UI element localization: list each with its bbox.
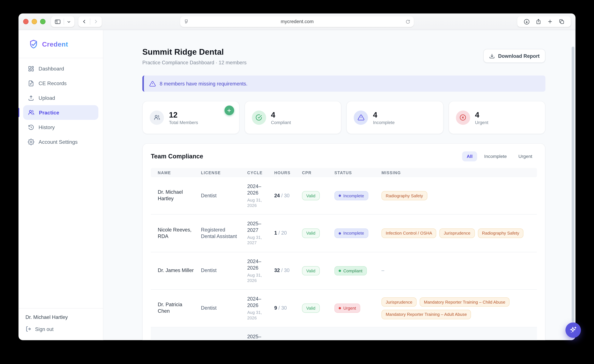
chevron-down-icon[interactable] bbox=[67, 19, 71, 24]
table-row-dr-james-miller[interactable]: Dr. James MillerDentist2024–2026Aug 31, … bbox=[151, 252, 537, 290]
address-bar[interactable]: mycredent.com bbox=[180, 16, 414, 27]
reload-icon[interactable] bbox=[405, 19, 411, 24]
share-icon[interactable] bbox=[535, 19, 541, 25]
ai-assistant-fab[interactable] bbox=[566, 323, 581, 338]
sidebar-toggle-group[interactable] bbox=[51, 16, 74, 27]
member-cycle: 2025–2027Aug 31, 2027 bbox=[247, 215, 274, 252]
cycle-date: Aug 31, 2026 bbox=[247, 310, 267, 321]
filter-tab-incomplete[interactable]: Incomplete bbox=[479, 151, 512, 162]
member-name: Dr. Patricia Chen bbox=[158, 296, 201, 321]
filter-tab-all[interactable]: All bbox=[462, 151, 477, 162]
column-header-license: License bbox=[201, 170, 247, 175]
status-dot-icon bbox=[339, 195, 341, 197]
table-row-dr-patricia-chen[interactable]: Dr. Patricia ChenDentist2024–2026Aug 31,… bbox=[151, 290, 537, 327]
sidebar-toggle-icon[interactable] bbox=[54, 18, 61, 25]
sidebar-item-account-settings[interactable]: Account Settings bbox=[23, 135, 98, 149]
brand-row: Credent bbox=[19, 30, 103, 58]
member-cycle: 2024–2026Aug 31, 2026 bbox=[247, 177, 274, 214]
stat-value: 4 bbox=[271, 110, 291, 119]
x-circle-icon bbox=[456, 110, 470, 125]
gear-icon bbox=[28, 138, 34, 145]
status-badge: Urgent bbox=[335, 304, 360, 313]
column-header-missing: Missing bbox=[381, 170, 530, 175]
users-icon bbox=[150, 110, 164, 125]
file-text-icon bbox=[28, 80, 34, 86]
add-member-button[interactable] bbox=[224, 105, 234, 115]
cycle-years: 2025–2027 bbox=[247, 333, 267, 340]
stat-cards: 12Total Members4Compliant4Incomplete4Urg… bbox=[142, 101, 545, 134]
url-text[interactable]: mycredent.com bbox=[189, 19, 405, 24]
sidebar-item-label: Upload bbox=[39, 95, 55, 101]
filter-tab-urgent[interactable]: Urgent bbox=[514, 151, 537, 162]
column-header-status: Status bbox=[335, 170, 382, 175]
member-name: Dr. Michael Hartley bbox=[158, 183, 201, 208]
check-circle-icon bbox=[252, 110, 266, 125]
missing-list: Infection Control / OSHAJurisprudenceRad… bbox=[381, 228, 524, 238]
browser-toolbar: mycredent.com bbox=[19, 13, 576, 30]
sidebar-item-ce-records[interactable]: CE Records bbox=[23, 76, 98, 91]
member-status: Compliant bbox=[335, 260, 382, 282]
sidebar-item-label: Dashboard bbox=[39, 66, 64, 71]
member-license: Dentist bbox=[201, 261, 247, 280]
sidebar-item-practice[interactable]: Practice bbox=[23, 105, 98, 120]
cpr-badge: Valid bbox=[302, 228, 320, 238]
missing-chip: Jurisprudence bbox=[439, 228, 475, 238]
member-cpr: Valid bbox=[302, 222, 335, 244]
column-header-cpr: CPR bbox=[302, 170, 335, 175]
cycle-years: 2024–2026 bbox=[247, 296, 267, 309]
tabs-overview-icon[interactable] bbox=[559, 19, 565, 25]
reader-view-icon[interactable] bbox=[183, 19, 189, 24]
missing-chip: Radiography Safety bbox=[381, 191, 427, 200]
maximize-button[interactable] bbox=[40, 19, 46, 24]
download-report-button[interactable]: Download Report bbox=[484, 49, 545, 63]
missing-list: – bbox=[381, 267, 524, 274]
column-header-hours: Hours bbox=[274, 170, 302, 175]
alert-triangle-icon bbox=[354, 110, 368, 125]
member-cpr: Valid bbox=[302, 185, 335, 207]
missing-chip: Mandatory Reporter Training – Adult Abus… bbox=[381, 310, 471, 319]
table-row-sarah-johnson-rdh[interactable]: Sarah Johnson, RDHDental Hygienist2025–2… bbox=[151, 327, 537, 340]
page-subtitle: Practice Compliance Dashboard · 12 membe… bbox=[142, 60, 246, 65]
forward-icon[interactable] bbox=[93, 19, 98, 24]
cycle-years: 2024–2026 bbox=[247, 183, 267, 196]
stat-label: Total Members bbox=[169, 120, 198, 124]
status-badge: Incomplete bbox=[335, 191, 368, 200]
table-row-nicole-reeves-rda[interactable]: Nicole Reeves, RDARegistered Dental Assi… bbox=[151, 215, 537, 252]
active-indicator bbox=[19, 108, 19, 117]
status-badge: Compliant bbox=[335, 266, 367, 275]
member-license: Dentist bbox=[201, 186, 247, 205]
page-title: Summit Ridge Dental bbox=[142, 47, 246, 57]
member-hours: 24 / 30 bbox=[274, 186, 302, 205]
sign-out-button[interactable]: Sign out bbox=[25, 326, 97, 332]
table-row-dr-michael-hartley[interactable]: Dr. Michael HartleyDentist2024–2026Aug 3… bbox=[151, 177, 537, 214]
close-button[interactable] bbox=[23, 19, 28, 24]
member-cycle: 2025–2027Aug 31, 2027 bbox=[247, 327, 274, 340]
sidebar-item-label: Account Settings bbox=[39, 139, 78, 144]
minimize-button[interactable] bbox=[32, 19, 37, 24]
missing-chip: Mandatory Reporter Training – Child Abus… bbox=[420, 297, 510, 307]
member-name: Nicole Reeves, RDA bbox=[158, 221, 201, 246]
sidebar-item-label: CE Records bbox=[39, 80, 67, 86]
sidebar-nav: DashboardCE RecordsUploadPracticeHistory… bbox=[19, 58, 103, 149]
sidebar-item-history[interactable]: History bbox=[23, 120, 98, 135]
member-cycle: 2024–2026Aug 31, 2026 bbox=[247, 252, 274, 289]
member-license: Dental Hygienist bbox=[201, 336, 247, 340]
browser-window: mycredent.com bbox=[19, 13, 576, 340]
member-name: Sarah Johnson, RDH bbox=[158, 333, 201, 340]
users-icon bbox=[28, 109, 35, 116]
traffic-lights bbox=[23, 19, 46, 24]
sidebar-item-upload[interactable]: Upload bbox=[23, 91, 98, 105]
dashboard-icon bbox=[28, 65, 34, 72]
page-scrollbar[interactable] bbox=[572, 46, 574, 322]
member-cpr: Valid bbox=[302, 260, 335, 282]
back-icon[interactable] bbox=[82, 19, 87, 24]
member-license: Dentist bbox=[201, 299, 247, 318]
member-license: Registered Dental Assistant bbox=[201, 221, 247, 246]
stat-card-total-members: 12Total Members bbox=[142, 101, 239, 134]
stat-label: Incomplete bbox=[373, 120, 395, 124]
sidebar-item-dashboard[interactable]: Dashboard bbox=[23, 61, 98, 76]
downloads-icon[interactable] bbox=[523, 18, 530, 25]
member-status: Incomplete bbox=[335, 222, 382, 244]
new-tab-icon[interactable] bbox=[547, 19, 553, 25]
status-dot-icon bbox=[339, 232, 341, 234]
